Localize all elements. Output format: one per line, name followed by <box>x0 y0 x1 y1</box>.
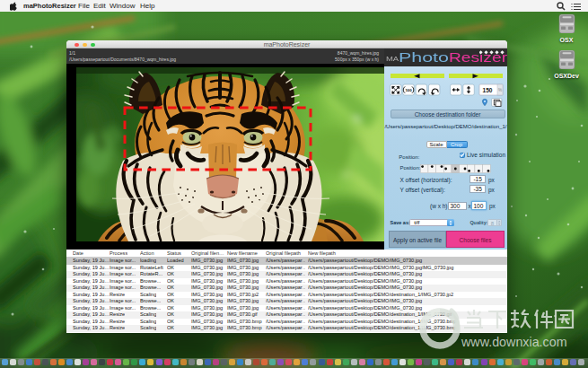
svg-text:www.downxia.com: www.downxia.com <box>461 335 567 349</box>
svg-text:100: 100 <box>405 88 412 92</box>
svg-text:150: 150 <box>483 86 493 92</box>
svg-text:%: % <box>498 88 502 92</box>
